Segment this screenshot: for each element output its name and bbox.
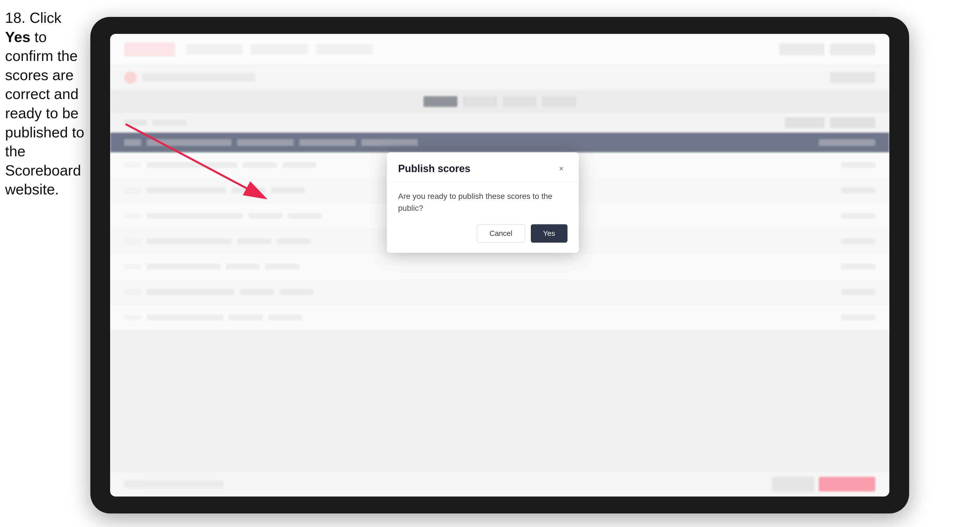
table-row: [110, 279, 889, 305]
th-score2: [299, 139, 356, 146]
sub-header-icon: [124, 71, 137, 84]
modal-footer: Cancel Yes: [387, 224, 579, 253]
modal-header: Publish scores ×: [387, 152, 579, 182]
bottom-text: [124, 481, 223, 487]
cell-s1: [248, 213, 282, 219]
nav-item-3: [316, 44, 373, 54]
cell-name: [147, 289, 234, 295]
header-right: [779, 44, 875, 55]
cell-rank: [124, 238, 141, 244]
th-name: [147, 139, 232, 146]
toolbar-tab-2: [503, 96, 536, 107]
cell-total: [842, 162, 875, 168]
toolbar-row: [110, 90, 889, 113]
sub-header-btn: [830, 72, 875, 83]
header-btn-1: [779, 44, 824, 55]
cell-name: [147, 314, 223, 320]
app-nav: [186, 44, 768, 54]
instruction-part2: to confirm the scores are correct and re…: [5, 29, 84, 198]
cell-s2: [282, 162, 316, 168]
instruction-part1: Click: [30, 10, 62, 26]
screen-background: [110, 34, 889, 497]
modal-message: Are you ready to publish these scores to…: [398, 190, 568, 214]
export-btn: [785, 117, 824, 128]
th-total: [819, 139, 875, 146]
app-header: [110, 34, 889, 65]
cell-total: [842, 213, 875, 219]
toolbar-tab-3: [542, 96, 576, 107]
cell-s2: [268, 314, 302, 320]
cell-s1: [237, 238, 271, 244]
cell-s1: [226, 264, 260, 270]
instruction-text: 18. Click Yes to confirm the scores are …: [5, 8, 87, 199]
sub-header-right: [830, 72, 875, 83]
modal-title: Publish scores: [398, 163, 470, 175]
cell-total: [842, 238, 875, 244]
cell-name: [147, 187, 226, 193]
modal-close-button[interactable]: ×: [555, 162, 568, 175]
cell-s2: [288, 213, 322, 219]
table-row: [110, 254, 889, 279]
th-score3: [361, 139, 418, 146]
sub-toolbar: [110, 113, 889, 133]
filter-1: [124, 120, 147, 126]
modal-body: Are you ready to publish these scores to…: [387, 182, 579, 224]
sub-header: [110, 65, 889, 90]
step-number: 18.: [5, 10, 25, 26]
tablet-device: Publish scores × Are you ready to publis…: [90, 17, 909, 513]
cell-name: [147, 264, 220, 270]
cell-name: [147, 162, 237, 168]
cell-name: [147, 238, 232, 244]
column-btn: [830, 117, 875, 128]
toolbar-tab-active: [423, 96, 457, 107]
cell-rank: [124, 187, 141, 193]
cell-total: [842, 187, 875, 193]
cell-total: [842, 314, 875, 320]
filter-2: [153, 120, 186, 126]
cell-s2: [277, 238, 310, 244]
tablet-screen: Publish scores × Are you ready to publis…: [110, 34, 889, 497]
yes-button[interactable]: Yes: [531, 224, 568, 243]
cell-rank: [124, 264, 141, 270]
bottom-buttons: [772, 477, 875, 492]
header-btn-2: [830, 44, 875, 55]
cell-name: [147, 213, 243, 219]
sub-toolbar-right: [785, 117, 875, 128]
toolbar-tab-1: [463, 96, 497, 107]
cancel-button[interactable]: Cancel: [477, 224, 525, 243]
bottom-publish-btn: [819, 477, 875, 492]
sub-header-title: [142, 73, 255, 82]
nav-item-1: [186, 44, 243, 54]
nav-item-2: [251, 44, 308, 54]
cell-s2: [266, 264, 299, 270]
cell-total: [842, 264, 875, 270]
table-header: [110, 133, 889, 152]
bottom-cancel-btn: [772, 477, 814, 492]
cell-s2: [280, 289, 313, 295]
table-row: [110, 305, 889, 330]
cell-s1: [229, 314, 262, 320]
cell-s1: [232, 187, 266, 193]
instruction-bold: Yes: [5, 29, 30, 45]
cell-rank: [124, 289, 141, 295]
app-logo: [124, 42, 175, 56]
th-rank: [124, 139, 141, 146]
modal-wrapper: Publish scores × Are you ready to publis…: [387, 152, 579, 253]
cell-s1: [243, 162, 277, 168]
cell-total: [842, 289, 875, 295]
cell-rank: [124, 314, 141, 320]
cell-rank: [124, 213, 141, 219]
publish-scores-modal: Publish scores × Are you ready to publis…: [387, 152, 579, 253]
bottom-bar: [110, 471, 889, 497]
cell-s1: [240, 289, 274, 295]
cell-s2: [271, 187, 305, 193]
cell-rank: [124, 162, 141, 168]
th-score1: [237, 139, 294, 146]
